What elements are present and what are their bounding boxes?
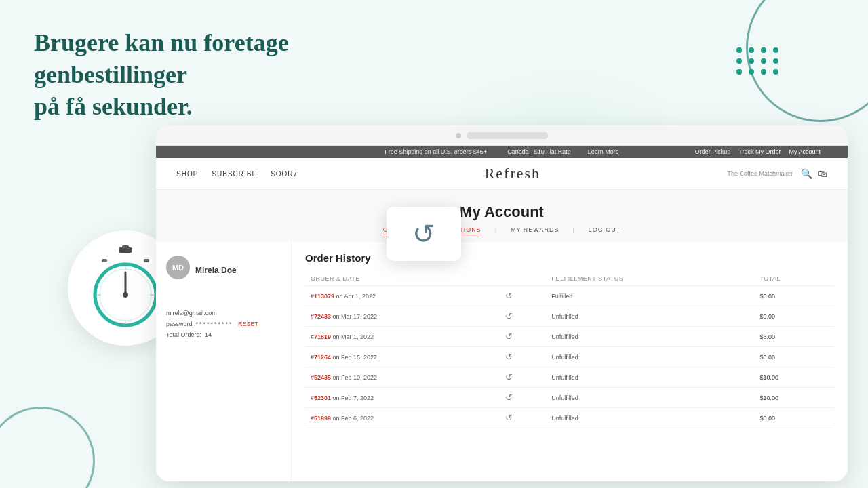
- table-header-row: ORDER & DATE FULFILLMENT STATUS TOTAL: [305, 272, 834, 286]
- user-name: Mirela Doe: [195, 260, 237, 275]
- col-order-date: ORDER & DATE: [305, 272, 500, 286]
- promo-bar: Free Shipping on all U.S. orders $45+ Ca…: [156, 146, 848, 158]
- cart-icon[interactable]: 🛍: [818, 168, 827, 179]
- table-row: #52301 on Feb 7, 2022↺Unfulfilled$10.00: [305, 388, 834, 408]
- tablet-frame: Free Shipping on all U.S. orders $45+ Ca…: [156, 125, 848, 481]
- reset-link[interactable]: RESET: [238, 321, 258, 327]
- table-row: #71819 on Mar 1, 2022↺Unfulfilled$6.00: [305, 327, 834, 347]
- col-reorder: [500, 272, 546, 286]
- nav-soor7[interactable]: SOOR7: [271, 170, 298, 178]
- promo-middle: Canada - $10 Flat Rate: [507, 148, 571, 155]
- reorder-icon-0[interactable]: ↺: [505, 291, 513, 301]
- order-total-0: $0.00: [754, 286, 834, 306]
- tab-rewards[interactable]: MY REWARDS: [511, 226, 559, 235]
- nav-left-links: SHOP SUBSCRIBE SOOR7: [176, 170, 298, 178]
- order-total-5: $10.00: [754, 388, 834, 408]
- order-total-2: $6.00: [754, 327, 834, 347]
- headline-line1: Brugere kan nu foretage genbestillinger: [34, 29, 289, 88]
- page-tabs: ORDERS & SUBSCRIPTIONS | MY REWARDS | LO…: [156, 226, 848, 235]
- tablet-top-bar: [156, 125, 848, 146]
- svg-rect-2: [102, 259, 107, 262]
- reorder-icon-1[interactable]: ↺: [505, 311, 513, 321]
- reorder-icon-5[interactable]: ↺: [505, 392, 513, 403]
- nav-icons: 🔍 🛍: [801, 168, 827, 179]
- order-total-4: $10.00: [754, 367, 834, 388]
- order-date-5: on Feb 7, 2022: [333, 394, 374, 401]
- order-table: ORDER & DATE FULFILLMENT STATUS TOTAL #1…: [305, 272, 834, 428]
- promo-link-account[interactable]: My Account: [789, 148, 821, 155]
- tab-logout[interactable]: LOG OUT: [589, 226, 621, 235]
- tablet-url-bar: [467, 132, 548, 139]
- reorder-popup[interactable]: ↺: [387, 207, 461, 261]
- password-masked: **********: [196, 321, 233, 327]
- fulfillment-status-5: Unfulfilled: [546, 388, 754, 408]
- sidebar: MD Mirela Doe mirela@gmail.com password:…: [156, 242, 292, 481]
- fulfillment-status-1: Unfulfilled: [546, 306, 754, 327]
- headline-line2: på få sekunder.: [34, 93, 193, 120]
- nav-shop[interactable]: SHOP: [176, 170, 198, 178]
- user-password-row: password: ********** RESET: [166, 321, 281, 327]
- table-row: #52435 on Feb 10, 2022↺Unfulfilled$10.00: [305, 367, 834, 388]
- promo-learn-more[interactable]: Learn More: [588, 148, 619, 155]
- order-date-4: on Feb 10, 2022: [333, 374, 378, 381]
- user-header: MD Mirela Doe: [166, 256, 281, 279]
- dot-grid: [736, 47, 780, 75]
- order-link-3[interactable]: #71264: [311, 354, 331, 361]
- reorder-icon-6[interactable]: ↺: [505, 413, 513, 423]
- order-date-6: on Feb 6, 2022: [333, 415, 374, 422]
- stopwatch-svg: [85, 244, 166, 332]
- nav-subscribe[interactable]: SUBSCRIBE: [212, 170, 257, 178]
- order-link-6[interactable]: #51999: [311, 415, 331, 422]
- password-label: password:: [166, 321, 194, 327]
- order-history: Order History ORDER & DATE FULFILLMENT S…: [292, 242, 848, 481]
- order-total-6: $0.00: [754, 408, 834, 428]
- svg-rect-1: [122, 245, 129, 249]
- promo-link-pickup[interactable]: Order Pickup: [695, 148, 731, 155]
- tab-divider: |: [495, 226, 497, 235]
- order-total-1: $0.00: [754, 306, 834, 327]
- search-icon[interactable]: 🔍: [801, 168, 812, 179]
- total-orders-label: Total Orders:: [166, 331, 201, 338]
- decorative-circle-bottom-left: [0, 407, 95, 488]
- nav-right: The Coffee Matchmaker 🔍 🛍: [728, 168, 827, 179]
- col-total: TOTAL: [754, 272, 834, 286]
- page-title-section: My Account ORDERS & SUBSCRIPTIONS | MY R…: [156, 190, 848, 242]
- total-orders: Total Orders: 14: [166, 331, 281, 338]
- headline: Brugere kan nu foretage genbestillinger …: [34, 27, 407, 122]
- main-content: MD Mirela Doe mirela@gmail.com password:…: [156, 242, 848, 481]
- order-link-2[interactable]: #71819: [311, 333, 331, 340]
- reorder-popup-icon: ↺: [412, 218, 435, 250]
- table-row: #72433 on Mar 17, 2022↺Unfulfilled$0.00: [305, 306, 834, 327]
- website-content: Free Shipping on all U.S. orders $45+ Ca…: [156, 146, 848, 481]
- user-email: mirela@gmail.com: [166, 310, 281, 317]
- order-date-3: on Feb 15, 2022: [333, 354, 378, 361]
- order-link-0[interactable]: #113079: [311, 293, 334, 300]
- reorder-icon-2[interactable]: ↺: [505, 331, 513, 342]
- promo-right-links: Order Pickup Track My Order My Account: [695, 148, 821, 155]
- promo-link-track[interactable]: Track My Order: [738, 148, 781, 155]
- site-logo[interactable]: Refresh: [485, 165, 540, 182]
- fulfillment-status-2: Unfulfilled: [546, 327, 754, 347]
- table-row: #113079 on Apr 1, 2022↺Fulfilled$0.00: [305, 286, 834, 306]
- order-link-4[interactable]: #52435: [311, 374, 331, 381]
- fulfillment-status-3: Unfulfilled: [546, 347, 754, 367]
- tablet-dot: [456, 133, 461, 138]
- svg-point-8: [123, 292, 128, 298]
- promo-text: Free Shipping on all U.S. orders $45+: [384, 148, 487, 155]
- fulfillment-status-4: Unfulfilled: [546, 367, 754, 388]
- nav-tagline: The Coffee Matchmaker: [728, 170, 793, 177]
- table-row: #71264 on Feb 15, 2022↺Unfulfilled$0.00: [305, 347, 834, 367]
- page-title: My Account: [156, 203, 848, 221]
- nav-bar: SHOP SUBSCRIBE SOOR7 Refresh The Coffee …: [156, 158, 848, 190]
- order-total-3: $0.00: [754, 347, 834, 367]
- order-link-1[interactable]: #72433: [311, 313, 331, 320]
- reorder-icon-3[interactable]: ↺: [505, 352, 513, 362]
- order-date-1: on Mar 17, 2022: [333, 313, 378, 320]
- fulfillment-status-6: Unfulfilled: [546, 408, 754, 428]
- tab-divider2: |: [573, 226, 575, 235]
- order-link-5[interactable]: #52301: [311, 394, 331, 401]
- svg-rect-3: [144, 259, 149, 262]
- user-info: mirela@gmail.com password: ********** RE…: [166, 310, 281, 338]
- reorder-icon-4[interactable]: ↺: [505, 372, 513, 382]
- total-orders-count: 14: [205, 331, 212, 338]
